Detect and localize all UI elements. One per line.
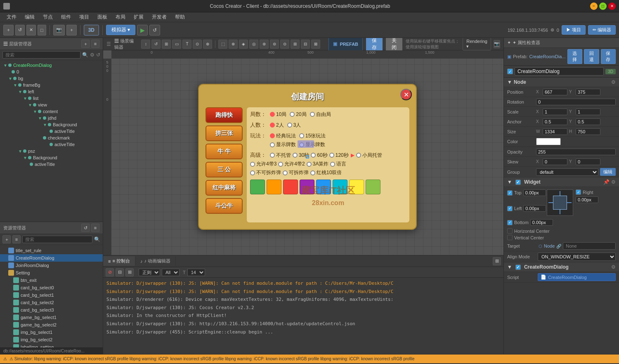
skew-x-input[interactable]: [543, 158, 567, 165]
asset-item-card-bg-select3[interactable]: card_bg_select3: [0, 306, 103, 314]
radio-nozha[interactable]: 不可拆炸弹: [250, 169, 281, 176]
widget-enabled-checkbox[interactable]: ✓: [515, 180, 521, 185]
tool7[interactable]: ⊕: [203, 40, 212, 49]
prefab-save-btn[interactable]: 保存: [601, 49, 616, 64]
color-red[interactable]: [283, 180, 298, 194]
console-clear-btn[interactable]: ⊘: [106, 268, 114, 277]
widget-bottom-checkbox[interactable]: ✓: [507, 220, 513, 225]
game-btn-niuniu[interactable]: 牛 牛: [206, 144, 243, 159]
console-pause-btn[interactable]: ⊟: [116, 268, 124, 277]
anchor-x-input[interactable]: [543, 118, 567, 125]
font-size-select[interactable]: 14: [187, 269, 205, 276]
tree-item-framebg[interactable]: ▼ frameBg: [0, 82, 103, 88]
menu-extend[interactable]: 扩展: [130, 13, 147, 21]
radio-classic[interactable]: 经典玩法: [270, 132, 296, 139]
widget-right-checkbox[interactable]: ✓: [576, 189, 581, 195]
color-purple[interactable]: [300, 180, 314, 194]
editor-button[interactable]: ✏ 编辑器: [588, 25, 616, 35]
tree-item-content[interactable]: ▼ content: [0, 108, 103, 115]
asset-item-title-set-rule[interactable]: title_set_rule: [0, 247, 103, 254]
align-select[interactable]: ON_WINDOW_RESIZE: [538, 253, 616, 261]
menu-file[interactable]: 文件: [3, 13, 20, 21]
tool9[interactable]: ⊗: [229, 40, 238, 49]
rect-tool[interactable]: ▭: [172, 40, 181, 49]
select-btn[interactable]: 选择: [567, 49, 583, 64]
asset-sort-btn[interactable]: ≡: [12, 235, 21, 243]
tree-item-activetitle1[interactable]: activeTitle: [0, 128, 103, 135]
minimize-button[interactable]: −: [590, 2, 598, 10]
asset-item-card-bg-select0[interactable]: card_bg_select0: [0, 284, 103, 291]
hierarchy-search[interactable]: [2, 51, 80, 59]
game-btn-hongzhong[interactable]: 红中麻将: [206, 180, 243, 196]
color-yellow[interactable]: [349, 180, 364, 194]
menu-help[interactable]: 帮助: [172, 13, 188, 21]
console-filter-btn[interactable]: ⊞: [125, 268, 134, 277]
scale-y-input[interactable]: [576, 109, 600, 115]
script-gear-icon[interactable]: ⚙: [611, 264, 616, 270]
widget-bottom-input[interactable]: [530, 219, 553, 226]
color-green[interactable]: [250, 180, 265, 194]
color-cyan[interactable]: [333, 180, 347, 194]
radio-allow42[interactable]: 允许4带2: [278, 161, 305, 168]
level-filter[interactable]: All: [162, 269, 180, 276]
skew-y-input[interactable]: [576, 158, 600, 165]
tool12[interactable]: ⊛: [260, 40, 269, 49]
asset-add-btn[interactable]: ＋: [2, 235, 11, 243]
radio-kezha[interactable]: 可拆炸弹: [283, 169, 309, 176]
scene-canvas[interactable]: 0 400 500 1,000 1,500 500 0: [103, 50, 503, 255]
asset-item-card-bg-select1[interactable]: card_bg_select1: [0, 291, 103, 299]
radio-20ju[interactable]: 20局: [290, 111, 306, 118]
refresh2-button[interactable]: ↺: [149, 25, 160, 35]
asset-item-game-bg-select1[interactable]: game_bg_select1: [0, 314, 103, 321]
toolbar-refresh-btn[interactable]: ↺: [15, 25, 25, 35]
asset-item-game-bg-select2[interactable]: game_bg_select2: [0, 321, 103, 329]
hierarchy-sort-btn[interactable]: ≡: [91, 40, 99, 48]
widget-gear-icon[interactable]: ⚙: [611, 179, 616, 185]
maximize-button[interactable]: □: [599, 2, 607, 10]
menu-edit[interactable]: 编辑: [21, 13, 38, 21]
radio-nohost[interactable]: 不托管: [270, 152, 291, 159]
rotation-input[interactable]: [536, 99, 616, 105]
radio-3azha[interactable]: 3A算炸: [307, 161, 329, 168]
node-section-header[interactable]: ▼ Node ⚙: [504, 78, 619, 87]
node-name-input[interactable]: [515, 67, 604, 76]
hierarchy-refresh-icon[interactable]: ↺: [96, 52, 100, 58]
size-h-input[interactable]: [576, 128, 600, 135]
widget-pin-icon[interactable]: 📌: [603, 179, 610, 185]
widget-top-checkbox[interactable]: ✓: [507, 190, 513, 196]
radio-lang[interactable]: 语言: [330, 161, 346, 168]
tool17[interactable]: ⊠: [311, 40, 320, 49]
return-btn[interactable]: 回退: [584, 49, 599, 64]
tree-item-view[interactable]: ▼ view: [0, 102, 103, 108]
simulate-button[interactable]: 模拟器 ▾: [106, 25, 135, 35]
toolbar-add-btn[interactable]: ＋: [3, 25, 14, 35]
widget-left-checkbox[interactable]: ✓: [507, 206, 513, 211]
menu-layout[interactable]: 布局: [112, 13, 129, 21]
tool6[interactable]: ⊙: [193, 40, 202, 49]
color-picker[interactable]: [536, 138, 561, 145]
regex-filter[interactable]: 正则: [139, 269, 160, 276]
game-btn-paodekuai[interactable]: 跑得快: [206, 107, 243, 123]
menu-node[interactable]: 节点: [40, 13, 56, 21]
asset-item-createroomdialog[interactable]: CreateRoomDialog: [0, 254, 103, 262]
game-btn-pinzhang[interactable]: 拼三张: [206, 125, 243, 141]
camera-btn[interactable]: 📷: [494, 40, 500, 48]
game-btn-sangong[interactable]: 三 公: [206, 162, 243, 177]
tree-item-background2[interactable]: ▼ Background: [0, 154, 103, 161]
radio-15zhang[interactable]: 15张玩法: [299, 132, 326, 139]
rotate-tool[interactable]: ↺: [151, 40, 161, 49]
tree-item-bg[interactable]: ▼ bg: [0, 75, 103, 82]
menu-component[interactable]: 组件: [58, 13, 74, 21]
tool16[interactable]: ⊟: [301, 40, 310, 49]
tree-item-list[interactable]: ▼ list: [0, 95, 103, 102]
radio-10double[interactable]: 红桃10双倍: [310, 169, 342, 176]
toolbar-3d-btn[interactable]: 3D: [84, 25, 99, 35]
scale-tool[interactable]: ⊞: [162, 40, 171, 49]
tree-item-0[interactable]: 0: [0, 69, 103, 75]
tree-item-createroomdialog[interactable]: ▼ CreateRoomDialog: [0, 62, 103, 69]
move-tool[interactable]: ↕: [141, 40, 150, 49]
radio-free[interactable]: 自由局: [310, 111, 331, 118]
asset-item-img-bg-select1[interactable]: img_bg_select1: [0, 329, 103, 336]
tool11[interactable]: ◎: [249, 40, 258, 49]
tool13[interactable]: ⊜: [270, 40, 279, 49]
